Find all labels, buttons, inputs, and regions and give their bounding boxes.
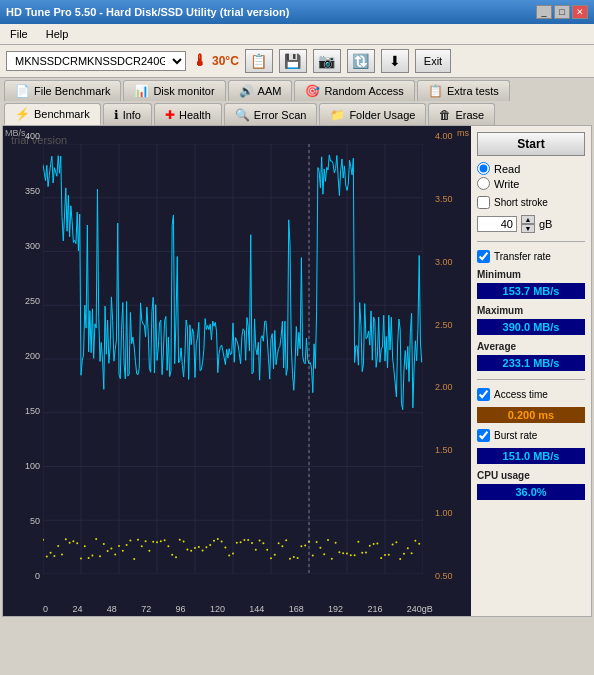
- x-label-0: 0: [43, 604, 48, 614]
- y-right-2: 2.00: [435, 382, 469, 392]
- spinbox-controls[interactable]: ▲ ▼: [521, 215, 535, 233]
- burst-rate-checkbox[interactable]: [477, 429, 490, 442]
- exit-button[interactable]: Exit: [415, 49, 451, 73]
- start-button[interactable]: Start: [477, 132, 585, 156]
- write-radio-item[interactable]: Write: [477, 177, 585, 190]
- folder-usage-icon: 📁: [330, 108, 345, 122]
- spinbox-up[interactable]: ▲: [521, 215, 535, 224]
- spinbox-down[interactable]: ▼: [521, 224, 535, 233]
- access-time-value: 0.200 ms: [477, 407, 585, 423]
- error-scan-icon: 🔍: [235, 108, 250, 122]
- access-time-label: Access time: [494, 389, 548, 400]
- menu-help[interactable]: Help: [42, 26, 73, 42]
- health-icon: ✚: [165, 108, 175, 122]
- short-stroke-spinbox[interactable]: [477, 216, 517, 232]
- read-radio-item[interactable]: Read: [477, 162, 585, 175]
- erase-icon: 🗑: [439, 108, 451, 122]
- y-right-3: 3.00: [435, 257, 469, 267]
- temperature-value: 30°C: [212, 54, 239, 68]
- disk-monitor-icon: 📊: [134, 84, 149, 98]
- tab-folder-usage[interactable]: 📁 Folder Usage: [319, 103, 426, 125]
- window-title: HD Tune Pro 5.50 - Hard Disk/SSD Utility…: [6, 6, 289, 18]
- toolbar: MKNSSDCRMKNSSDCR240GB (240 gB) 🌡 30°C 📋 …: [0, 45, 594, 78]
- benchmark-icon: ⚡: [15, 107, 30, 121]
- toolbar-btn-2[interactable]: 💾: [279, 49, 307, 73]
- tab-health-label: Health: [179, 109, 211, 121]
- disk-selector[interactable]: MKNSSDCRMKNSSDCR240GB (240 gB): [6, 51, 186, 71]
- tab-extra-tests[interactable]: 📋 Extra tests: [417, 80, 510, 101]
- write-label: Write: [494, 178, 519, 190]
- y-right-05: 0.50: [435, 571, 469, 581]
- maximum-label: Maximum: [477, 305, 585, 316]
- temperature-indicator: 🌡 30°C: [192, 52, 239, 70]
- y-label-250: 250: [5, 296, 40, 306]
- tab-erase[interactable]: 🗑 Erase: [428, 103, 495, 125]
- access-time-checkbox[interactable]: [477, 388, 490, 401]
- tab-aam[interactable]: 🔊 AAM: [228, 80, 293, 101]
- burst-rate-label: Burst rate: [494, 430, 537, 441]
- x-label-240: 240gB: [407, 604, 433, 614]
- tab-extra-tests-label: Extra tests: [447, 85, 499, 97]
- x-label-96: 96: [176, 604, 186, 614]
- minimum-label: Minimum: [477, 269, 585, 280]
- toolbar-btn-4[interactable]: 🔃: [347, 49, 375, 73]
- x-label-144: 144: [249, 604, 264, 614]
- y-label-300: 300: [5, 241, 40, 251]
- tab-random-access-label: Random Access: [324, 85, 403, 97]
- average-value: 233.1 MB/s: [477, 355, 585, 371]
- write-radio[interactable]: [477, 177, 490, 190]
- y-label-150: 150: [5, 406, 40, 416]
- maximize-button[interactable]: □: [554, 5, 570, 19]
- toolbar-btn-1[interactable]: 📋: [245, 49, 273, 73]
- tab-error-scan-label: Error Scan: [254, 109, 307, 121]
- menu-bar: File Help: [0, 24, 594, 45]
- benchmark-chart: [43, 144, 423, 574]
- transfer-rate-checkbox[interactable]: [477, 250, 490, 263]
- burst-rate-checkbox-row[interactable]: Burst rate: [477, 429, 585, 442]
- side-panel: Start Read Write Short stroke ▲ ▼ gB: [471, 126, 591, 616]
- read-label: Read: [494, 163, 520, 175]
- burst-rate-section: 151.0 MB/s: [477, 448, 585, 464]
- aam-icon: 🔊: [239, 84, 254, 98]
- tab-file-benchmark[interactable]: 📄 File Benchmark: [4, 80, 121, 101]
- read-radio[interactable]: [477, 162, 490, 175]
- y-label-50: 50: [5, 516, 40, 526]
- maximum-section: Maximum 390.0 MB/s: [477, 305, 585, 335]
- tab-error-scan[interactable]: 🔍 Error Scan: [224, 103, 318, 125]
- short-stroke-checkbox-row[interactable]: Short stroke: [477, 196, 585, 209]
- short-stroke-label: Short stroke: [494, 197, 548, 208]
- x-label-24: 24: [72, 604, 82, 614]
- tab-file-benchmark-label: File Benchmark: [34, 85, 110, 97]
- tab-health[interactable]: ✚ Health: [154, 103, 222, 125]
- short-stroke-checkbox[interactable]: [477, 196, 490, 209]
- cpu-usage-value: 36.0%: [477, 484, 585, 500]
- x-label-216: 216: [367, 604, 382, 614]
- toolbar-btn-3[interactable]: 📷: [313, 49, 341, 73]
- transfer-rate-checkbox-row[interactable]: Transfer rate: [477, 250, 585, 263]
- tab-info[interactable]: ℹ Info: [103, 103, 152, 125]
- x-label-72: 72: [141, 604, 151, 614]
- x-label-192: 192: [328, 604, 343, 614]
- info-icon: ℹ: [114, 108, 119, 122]
- minimize-button[interactable]: _: [536, 5, 552, 19]
- tab-random-access[interactable]: 🎯 Random Access: [294, 80, 414, 101]
- transfer-rate-label: Transfer rate: [494, 251, 551, 262]
- average-section: Average 233.1 MB/s: [477, 341, 585, 371]
- tab-disk-monitor[interactable]: 📊 Disk monitor: [123, 80, 225, 101]
- access-time-checkbox-row[interactable]: Access time: [477, 388, 585, 401]
- tab-benchmark[interactable]: ⚡ Benchmark: [4, 103, 101, 125]
- extra-tests-icon: 📋: [428, 84, 443, 98]
- y-label-0: 0: [5, 571, 40, 581]
- close-button[interactable]: ✕: [572, 5, 588, 19]
- toolbar-btn-5[interactable]: ⬇: [381, 49, 409, 73]
- y-label-100: 100: [5, 461, 40, 471]
- window-controls[interactable]: _ □ ✕: [536, 5, 588, 19]
- tab-disk-monitor-label: Disk monitor: [153, 85, 214, 97]
- average-label: Average: [477, 341, 585, 352]
- access-time-section: 0.200 ms: [477, 407, 585, 423]
- x-label-48: 48: [107, 604, 117, 614]
- minimum-value: 153.7 MB/s: [477, 283, 585, 299]
- title-bar: HD Tune Pro 5.50 - Hard Disk/SSD Utility…: [0, 0, 594, 24]
- x-axis: 0 24 48 72 96 120 144 168 192 216 240gB: [43, 602, 433, 616]
- menu-file[interactable]: File: [6, 26, 32, 42]
